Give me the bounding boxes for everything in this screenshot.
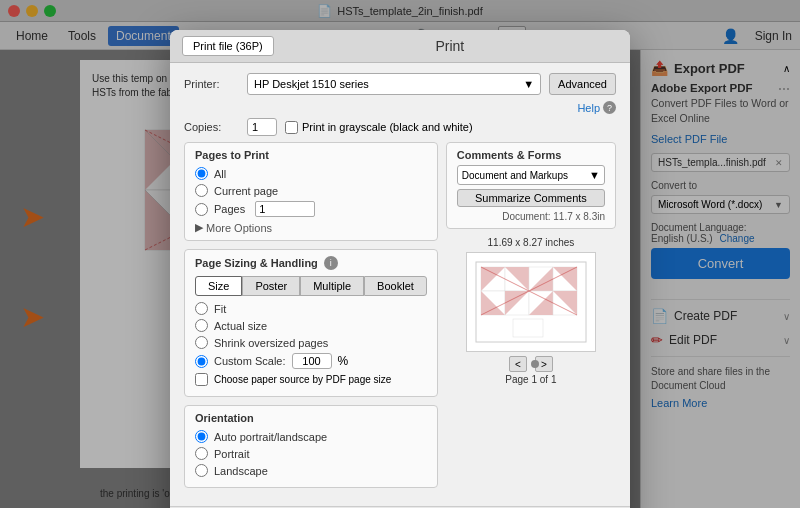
copies-row: Copies: Print in grayscale (black and wh… — [184, 118, 616, 136]
multiple-button[interactable]: Multiple — [300, 276, 364, 296]
right-column: Comments & Forms Document and Markups ▼ … — [446, 142, 616, 496]
preview-nav: < > — [509, 356, 553, 372]
comments-select-value: Document and Markups — [462, 170, 568, 181]
radio-custom: Custom Scale: % — [195, 353, 427, 369]
printer-row: Printer: HP Deskjet 1510 series ▼ Advanc… — [184, 73, 616, 95]
radio-all: All — [195, 167, 427, 180]
radio-auto-portrait-label: Auto portrait/landscape — [214, 431, 327, 443]
radio-pages-input[interactable] — [195, 203, 208, 216]
more-options-arrow: ▶ — [195, 221, 203, 234]
two-column-layout: Pages to Print All Current page — [184, 142, 616, 496]
dialog-header: Print file (36P) Print — [170, 30, 630, 63]
help-text: Help — [577, 102, 600, 114]
preview-box — [466, 252, 596, 352]
radio-pages-label: Pages — [214, 203, 245, 215]
comments-section: Comments & Forms Document and Markups ▼ … — [446, 142, 616, 229]
radio-custom-label: Custom Scale: — [214, 355, 286, 367]
radio-portrait-label: Portrait — [214, 448, 249, 460]
help-icon: ? — [603, 101, 616, 114]
more-options-label: More Options — [206, 222, 272, 234]
scale-unit: % — [338, 354, 349, 368]
radio-shrink: Shrink oversized pages — [195, 336, 427, 349]
copies-label: Copies: — [184, 121, 239, 133]
radio-custom-input[interactable] — [195, 355, 208, 368]
preview-prev-btn[interactable]: < — [509, 356, 527, 372]
radio-shrink-label: Shrink oversized pages — [214, 337, 328, 349]
radio-landscape-label: Landscape — [214, 465, 268, 477]
dialog-title: Print — [282, 38, 618, 54]
sizing-buttons: Size Poster Multiple Booklet — [195, 276, 427, 296]
radio-fit: Fit — [195, 302, 427, 315]
grayscale-checkbox-row: Print in grayscale (black and white) — [285, 121, 473, 134]
printer-label: Printer: — [184, 78, 239, 90]
sizing-header: Page Sizing & Handling i — [195, 256, 427, 270]
radio-portrait-input[interactable] — [195, 447, 208, 460]
choose-by-pdf-row: Choose paper source by PDF page size — [195, 373, 427, 386]
pages-to-print-section: Pages to Print All Current page — [184, 142, 438, 241]
custom-scale-row: Custom Scale: % — [214, 353, 348, 369]
sizing-title: Page Sizing & Handling — [195, 257, 318, 269]
radio-actual-label: Actual size — [214, 320, 267, 332]
booklet-button[interactable]: Booklet — [364, 276, 427, 296]
radio-current-input[interactable] — [195, 184, 208, 197]
radio-fit-label: Fit — [214, 303, 226, 315]
size-button[interactable]: Size — [195, 276, 242, 296]
orientation-title: Orientation — [195, 412, 427, 424]
radio-portrait: Portrait — [195, 447, 427, 460]
preview-area: 11.69 x 8.27 inches — [446, 237, 616, 385]
pages-range-input[interactable] — [255, 201, 315, 217]
info-icon[interactable]: i — [324, 256, 338, 270]
radio-actual-input[interactable] — [195, 319, 208, 332]
preview-svg — [471, 257, 591, 347]
doc-size-text: Document: 11.7 x 8.3in — [457, 211, 605, 222]
main-area: Use this temp on HSTs from the fabric — [0, 50, 800, 508]
print-dialog-overlay: Print file (36P) Print Printer: HP Deskj… — [0, 0, 800, 508]
scale-input[interactable] — [292, 353, 332, 369]
dialog-body: Printer: HP Deskjet 1510 series ▼ Advanc… — [170, 63, 630, 506]
print-file-tab[interactable]: Print file (36P) — [182, 36, 274, 56]
help-row: Help ? — [184, 101, 616, 114]
preview-label: 11.69 x 8.27 inches — [488, 237, 575, 248]
radio-shrink-input[interactable] — [195, 336, 208, 349]
radio-current-label: Current page — [214, 185, 278, 197]
orientation-section: Orientation Auto portrait/landscape Port… — [184, 405, 438, 488]
radio-fit-input[interactable] — [195, 302, 208, 315]
poster-button[interactable]: Poster — [242, 276, 300, 296]
preview-page-text: Page 1 of 1 — [505, 374, 556, 385]
radio-current: Current page — [195, 184, 427, 197]
comments-chevron: ▼ — [589, 169, 600, 181]
print-dialog: Print file (36P) Print Printer: HP Deskj… — [170, 30, 630, 508]
pages-to-print-title: Pages to Print — [195, 149, 427, 161]
advanced-button[interactable]: Advanced — [549, 73, 616, 95]
left-column: Pages to Print All Current page — [184, 142, 438, 496]
grayscale-checkbox[interactable] — [285, 121, 298, 134]
printer-chevron: ▼ — [523, 78, 534, 90]
svg-rect-47 — [513, 319, 543, 337]
grayscale-label: Print in grayscale (black and white) — [302, 121, 473, 133]
choose-by-pdf-label: Choose paper source by PDF page size — [214, 374, 391, 385]
radio-landscape-input[interactable] — [195, 464, 208, 477]
copies-input[interactable] — [247, 118, 277, 136]
radio-actual: Actual size — [195, 319, 427, 332]
radio-auto-portrait: Auto portrait/landscape — [195, 430, 427, 443]
radio-pages: Pages — [195, 201, 427, 217]
page-sizing-section: Page Sizing & Handling i Size Poster Mul… — [184, 249, 438, 397]
comments-title: Comments & Forms — [457, 149, 605, 161]
choose-by-pdf-checkbox[interactable] — [195, 373, 208, 386]
comments-select[interactable]: Document and Markups ▼ — [457, 165, 605, 185]
printer-value: HP Deskjet 1510 series — [254, 78, 369, 90]
more-options-toggle[interactable]: ▶ More Options — [195, 221, 427, 234]
radio-landscape: Landscape — [195, 464, 427, 477]
radio-all-input[interactable] — [195, 167, 208, 180]
printer-select[interactable]: HP Deskjet 1510 series ▼ — [247, 73, 541, 95]
summarize-button[interactable]: Summarize Comments — [457, 189, 605, 207]
radio-all-label: All — [214, 168, 226, 180]
help-link[interactable]: Help ? — [577, 101, 616, 114]
radio-auto-portrait-input[interactable] — [195, 430, 208, 443]
